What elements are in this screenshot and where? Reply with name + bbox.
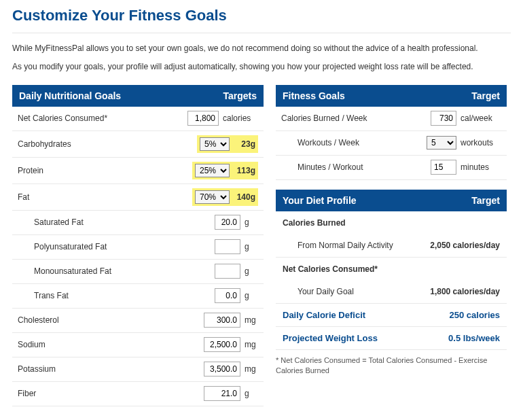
nutrition-header: Daily Nutritional Goals Targets (12, 85, 264, 107)
profile-header-title: Your Diet Profile (283, 195, 357, 206)
sodium-label: Sodium (18, 340, 204, 349)
cal-burned-week-label: Calories Burned / Week (281, 113, 431, 123)
profile-net-header: Net Calories Consumed* (276, 258, 507, 281)
potassium-label: Potassium (18, 364, 204, 374)
sodium-input[interactable] (204, 337, 240, 352)
fiber-input[interactable] (204, 386, 240, 401)
row-net-calories: Net Calories Consumed* calories (12, 107, 264, 131)
workouts-week-select[interactable]: 5 (427, 136, 456, 150)
fat-label: Fat (18, 192, 192, 202)
chol-unit: mg (245, 315, 258, 325)
fitness-header-title: Fitness Goals (283, 90, 345, 101)
intro-text: While MyFitnessPal allows you to set you… (12, 43, 511, 73)
profile-net-header-label: Net Calories Consumed* (283, 264, 378, 274)
profile-daily-goal-value: 1,800 calories/day (430, 287, 500, 296)
trans-label: Trans Fat (18, 291, 215, 300)
profile-burned-activity-value: 2,050 calories/day (430, 241, 500, 250)
mono-input[interactable] (215, 264, 240, 279)
intro-line-1: While MyFitnessPal allows you to set you… (12, 43, 511, 54)
fitness-header: Fitness Goals Target (276, 85, 507, 107)
row-minutes-workout: Minutes / Workout minutes (276, 156, 507, 180)
chol-input[interactable] (204, 313, 240, 328)
net-calories-label: Net Calories Consumed* (18, 113, 187, 123)
potassium-input[interactable] (204, 362, 240, 377)
minutes-workout-unit: minutes (461, 162, 501, 172)
profile-burned-activity: From Normal Daily Activity 2,050 calorie… (276, 234, 507, 258)
protein-highlight: 25% 113g (192, 162, 258, 179)
row-trans-fat: Trans Fat g (12, 284, 264, 309)
row-cholesterol: Cholesterol mg (12, 309, 264, 333)
trans-unit: g (245, 291, 258, 300)
row-monounsaturated-fat: Monounsaturated Fat g (12, 260, 264, 284)
row-fiber: Fiber g (12, 382, 264, 406)
profile-header-target: Target (471, 195, 500, 206)
mono-label: Monounsaturated Fat (18, 266, 215, 276)
row-potassium: Potassium mg (12, 357, 264, 382)
fat-percent-select[interactable]: 70% (195, 190, 230, 204)
fiber-label: Fiber (18, 389, 204, 398)
row-workouts-week: Workouts / Week 5 workouts (276, 131, 507, 156)
nutrition-header-targets: Targets (223, 90, 257, 101)
fitness-header-target: Target (471, 90, 500, 101)
row-carbohydrates: Carbohydrates 5% 23g (12, 131, 264, 158)
minutes-workout-label: Minutes / Workout (281, 162, 431, 172)
row-sodium: Sodium mg (12, 333, 264, 357)
nutrition-header-title: Daily Nutritional Goals (19, 90, 121, 101)
carbs-percent-select[interactable]: 5% (200, 137, 230, 151)
protein-label: Protein (18, 166, 192, 175)
profile-footnote: * Net Calories Consumed = Total Calories… (276, 350, 507, 377)
profile-projected-label: Projected Weight Loss (283, 333, 378, 343)
profile-deficit: Daily Calorie Deficit 250 calories (276, 304, 507, 327)
row-fat: Fat 70% 140g (12, 184, 264, 211)
sodium-unit: mg (245, 340, 258, 349)
poly-unit: g (245, 242, 258, 251)
protein-percent-select[interactable]: 25% (195, 164, 230, 177)
row-protein: Protein 25% 113g (12, 158, 264, 184)
satfat-label: Saturated Fat (18, 217, 215, 227)
chol-label: Cholesterol (18, 315, 204, 325)
fiber-unit: g (245, 389, 258, 398)
profile-burned-header: Calories Burned (276, 211, 507, 234)
profile-burned-activity-label: From Normal Daily Activity (283, 241, 393, 250)
intro-line-2: As you modify your goals, your profile w… (12, 61, 511, 73)
profile-projected-value: 0.5 lbs/week (448, 333, 500, 343)
trans-input[interactable] (215, 288, 240, 303)
profile-burned-header-label: Calories Burned (283, 218, 346, 228)
net-calories-input[interactable] (187, 111, 219, 126)
carbs-grams: 23g (234, 139, 255, 149)
potassium-unit: mg (245, 364, 258, 374)
poly-input[interactable] (215, 239, 240, 254)
page-title: Customize Your Fitness Goals (12, 7, 511, 33)
net-calories-unit: calories (223, 113, 258, 123)
minutes-workout-input[interactable] (431, 160, 456, 175)
satfat-input[interactable] (215, 215, 240, 230)
profile-header: Your Diet Profile Target (276, 190, 507, 211)
mono-unit: g (245, 266, 258, 276)
carbs-highlight: 5% 23g (197, 135, 258, 153)
profile-deficit-value: 250 calories (450, 310, 500, 320)
carbs-label: Carbohydrates (18, 139, 197, 149)
row-polyunsaturated-fat: Polyunsaturated Fat g (12, 235, 264, 260)
profile-deficit-label: Daily Calorie Deficit (283, 310, 365, 320)
fat-grams: 140g (234, 192, 255, 202)
satfat-unit: g (245, 217, 258, 227)
poly-label: Polyunsaturated Fat (18, 242, 215, 251)
protein-grams: 113g (234, 166, 255, 175)
row-calories-burned-week: Calories Burned / Week cal/week (276, 107, 507, 131)
profile-projected: Projected Weight Loss 0.5 lbs/week (276, 327, 507, 350)
row-saturated-fat: Saturated Fat g (12, 211, 264, 235)
cal-burned-week-unit: cal/week (461, 113, 501, 123)
profile-daily-goal: Your Daily Goal 1,800 calories/day (276, 281, 507, 304)
workouts-week-unit: workouts (461, 138, 501, 147)
cal-burned-week-input[interactable] (431, 111, 456, 126)
workouts-week-label: Workouts / Week (281, 138, 427, 147)
profile-daily-goal-label: Your Daily Goal (283, 287, 354, 296)
fat-highlight: 70% 140g (192, 188, 258, 206)
